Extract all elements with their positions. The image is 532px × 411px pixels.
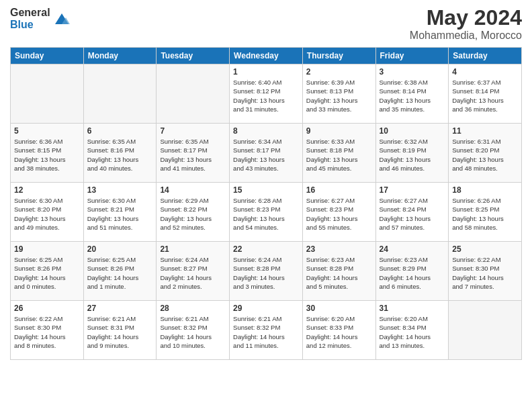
day-number: 31 [380, 304, 445, 313]
table-row [449, 301, 522, 360]
day-number: 3 [380, 67, 445, 77]
day-number: 18 [452, 185, 518, 195]
cell-content: Sunrise: 6:26 AM Sunset: 8:25 PM Dayligh… [452, 196, 518, 232]
table-row: 7Sunrise: 6:35 AM Sunset: 8:17 PM Daylig… [157, 124, 230, 183]
day-number: 4 [452, 67, 518, 77]
logo-blue: Blue [10, 19, 34, 30]
table-row: 27Sunrise: 6:21 AM Sunset: 8:31 PM Dayli… [83, 301, 157, 360]
cell-content: Sunrise: 6:40 AM Sunset: 8:12 PM Dayligh… [233, 78, 299, 113]
table-row: 26Sunrise: 6:22 AM Sunset: 8:30 PM Dayli… [11, 301, 84, 360]
day-number: 19 [14, 244, 80, 254]
table-row: 18Sunrise: 6:26 AM Sunset: 8:25 PM Dayli… [449, 183, 522, 242]
day-number: 8 [233, 126, 299, 136]
cell-content: Sunrise: 6:31 AM Sunset: 8:20 PM Dayligh… [452, 137, 518, 173]
table-row: 20Sunrise: 6:25 AM Sunset: 8:26 PM Dayli… [83, 242, 157, 301]
day-number: 1 [233, 67, 299, 77]
cell-content: Sunrise: 6:24 AM Sunset: 8:28 PM Dayligh… [233, 255, 299, 291]
cell-content: Sunrise: 6:32 AM Sunset: 8:19 PM Dayligh… [380, 137, 445, 173]
day-number: 23 [306, 244, 372, 254]
col-sunday: Sunday [11, 48, 84, 64]
cell-content: Sunrise: 6:20 AM Sunset: 8:33 PM Dayligh… [306, 314, 372, 350]
table-row: 10Sunrise: 6:32 AM Sunset: 8:19 PM Dayli… [375, 124, 449, 183]
day-number: 11 [452, 126, 518, 136]
table-row: 14Sunrise: 6:29 AM Sunset: 8:22 PM Dayli… [157, 183, 230, 242]
table-row: 16Sunrise: 6:27 AM Sunset: 8:23 PM Dayli… [302, 183, 375, 242]
table-row: 30Sunrise: 6:20 AM Sunset: 8:33 PM Dayli… [302, 301, 375, 360]
table-row: 17Sunrise: 6:27 AM Sunset: 8:24 PM Dayli… [375, 183, 449, 242]
cell-content: Sunrise: 6:23 AM Sunset: 8:29 PM Dayligh… [380, 255, 445, 291]
cell-content: Sunrise: 6:21 AM Sunset: 8:31 PM Dayligh… [87, 314, 153, 350]
cell-content: Sunrise: 6:36 AM Sunset: 8:15 PM Dayligh… [14, 137, 80, 173]
cell-content: Sunrise: 6:37 AM Sunset: 8:14 PM Dayligh… [452, 78, 518, 113]
cell-content: Sunrise: 6:29 AM Sunset: 8:22 PM Dayligh… [160, 196, 226, 232]
logo: General Blue [10, 7, 71, 30]
table-row: 2Sunrise: 6:39 AM Sunset: 8:13 PM Daylig… [302, 64, 375, 124]
month-year-title: May 2024 [410, 7, 522, 28]
cell-content: Sunrise: 6:27 AM Sunset: 8:23 PM Dayligh… [306, 196, 372, 232]
table-row: 9Sunrise: 6:33 AM Sunset: 8:18 PM Daylig… [302, 124, 375, 183]
cell-content: Sunrise: 6:35 AM Sunset: 8:17 PM Dayligh… [160, 137, 226, 173]
table-row: 6Sunrise: 6:35 AM Sunset: 8:16 PM Daylig… [83, 124, 157, 183]
cell-content: Sunrise: 6:24 AM Sunset: 8:27 PM Dayligh… [160, 255, 226, 291]
logo-icon [52, 9, 71, 28]
cell-content: Sunrise: 6:35 AM Sunset: 8:16 PM Dayligh… [87, 137, 153, 173]
table-row: 25Sunrise: 6:22 AM Sunset: 8:30 PM Dayli… [449, 242, 522, 301]
table-row: 22Sunrise: 6:24 AM Sunset: 8:28 PM Dayli… [230, 242, 303, 301]
day-number: 16 [306, 185, 372, 195]
cell-content: Sunrise: 6:22 AM Sunset: 8:30 PM Dayligh… [14, 314, 80, 350]
cell-content: Sunrise: 6:38 AM Sunset: 8:14 PM Dayligh… [380, 78, 445, 113]
cell-content: Sunrise: 6:30 AM Sunset: 8:21 PM Dayligh… [87, 196, 153, 232]
day-number: 12 [14, 185, 80, 195]
table-row: 31Sunrise: 6:20 AM Sunset: 8:34 PM Dayli… [375, 301, 449, 360]
table-row: 3Sunrise: 6:38 AM Sunset: 8:14 PM Daylig… [375, 64, 449, 124]
day-number: 7 [160, 126, 226, 136]
day-number: 24 [380, 244, 445, 254]
table-row: 11Sunrise: 6:31 AM Sunset: 8:20 PM Dayli… [449, 124, 522, 183]
table-row [83, 64, 157, 124]
cell-content: Sunrise: 6:23 AM Sunset: 8:28 PM Dayligh… [306, 255, 372, 291]
day-number: 10 [380, 126, 445, 136]
cell-content: Sunrise: 6:27 AM Sunset: 8:24 PM Dayligh… [380, 196, 445, 232]
day-number: 15 [233, 185, 299, 195]
day-number: 29 [233, 304, 299, 313]
day-number: 5 [14, 126, 80, 136]
table-row [11, 64, 84, 124]
page-header: General Blue May 2024 Mohammedia, Morocc… [10, 7, 522, 42]
day-number: 6 [87, 126, 153, 136]
cell-content: Sunrise: 6:22 AM Sunset: 8:30 PM Dayligh… [452, 255, 518, 291]
col-thursday: Thursday [302, 48, 375, 64]
col-tuesday: Tuesday [157, 48, 230, 64]
cell-content: Sunrise: 6:25 AM Sunset: 8:26 PM Dayligh… [14, 255, 80, 291]
cell-content: Sunrise: 6:28 AM Sunset: 8:23 PM Dayligh… [233, 196, 299, 232]
day-number: 27 [87, 304, 153, 313]
table-row: 8Sunrise: 6:34 AM Sunset: 8:17 PM Daylig… [230, 124, 303, 183]
table-row: 12Sunrise: 6:30 AM Sunset: 8:20 PM Dayli… [11, 183, 84, 242]
table-row [157, 64, 230, 124]
day-number: 26 [14, 304, 80, 313]
calendar-header-row: Sunday Monday Tuesday Wednesday Thursday… [11, 48, 522, 64]
col-saturday: Saturday [449, 48, 522, 64]
day-number: 17 [380, 185, 445, 195]
day-number: 25 [452, 244, 518, 254]
table-row: 19Sunrise: 6:25 AM Sunset: 8:26 PM Dayli… [11, 242, 84, 301]
cell-content: Sunrise: 6:21 AM Sunset: 8:32 PM Dayligh… [233, 314, 299, 350]
cell-content: Sunrise: 6:21 AM Sunset: 8:32 PM Dayligh… [160, 314, 226, 350]
day-number: 20 [87, 244, 153, 254]
day-number: 2 [306, 67, 372, 77]
logo-general: General [10, 7, 50, 18]
cell-content: Sunrise: 6:33 AM Sunset: 8:18 PM Dayligh… [306, 137, 372, 173]
day-number: 28 [160, 304, 226, 313]
day-number: 14 [160, 185, 226, 195]
calendar-table: Sunday Monday Tuesday Wednesday Thursday… [10, 47, 522, 360]
day-number: 9 [306, 126, 372, 136]
table-row: 1Sunrise: 6:40 AM Sunset: 8:12 PM Daylig… [230, 64, 303, 124]
table-row: 24Sunrise: 6:23 AM Sunset: 8:29 PM Dayli… [375, 242, 449, 301]
cell-content: Sunrise: 6:30 AM Sunset: 8:20 PM Dayligh… [14, 196, 80, 232]
table-row: 4Sunrise: 6:37 AM Sunset: 8:14 PM Daylig… [449, 64, 522, 124]
table-row: 21Sunrise: 6:24 AM Sunset: 8:27 PM Dayli… [157, 242, 230, 301]
day-number: 22 [233, 244, 299, 254]
day-number: 30 [306, 304, 372, 313]
table-row: 29Sunrise: 6:21 AM Sunset: 8:32 PM Dayli… [230, 301, 303, 360]
cell-content: Sunrise: 6:25 AM Sunset: 8:26 PM Dayligh… [87, 255, 153, 291]
title-section: May 2024 Mohammedia, Morocco [410, 7, 522, 42]
